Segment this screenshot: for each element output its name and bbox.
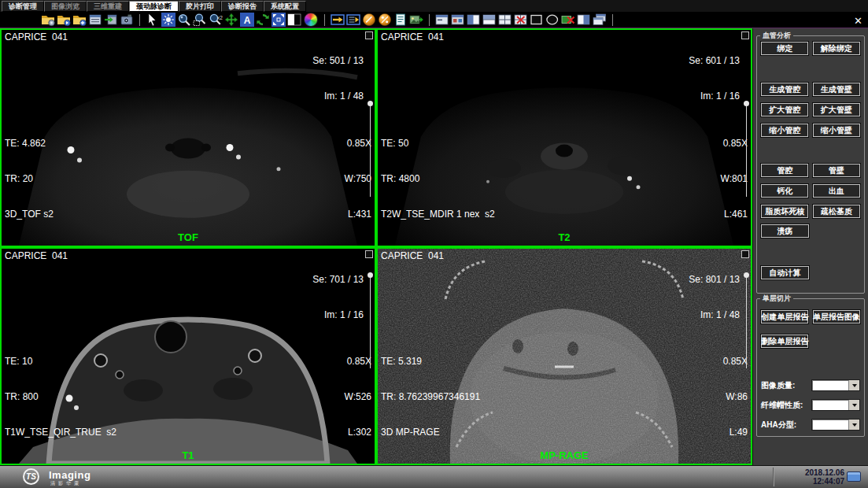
calcification-button[interactable]: 钙化 [761,184,808,198]
close-all-views-icon[interactable] [514,13,528,27]
tab-carotid-diagnosis[interactable]: 颈动脉诊断 [129,1,179,12]
slider-handle[interactable] [368,101,373,106]
shrink-wall-button[interactable]: 缩小管壁 [813,124,860,137]
viewport-t2[interactable]: CAPRICE 041 Se: 601 / 13 Im: 1 / 16 TE: … [376,28,752,247]
fibrous-cap-select[interactable] [811,399,860,411]
image-scroll-slider[interactable] [746,277,747,368]
cascade-windows-icon[interactable] [593,13,607,27]
ulcer-button[interactable]: 溃疡 [761,224,809,238]
layout-split-icon[interactable] [577,13,591,27]
bind-button[interactable]: 绑定 [761,42,808,55]
zoom-icon[interactable] [177,13,191,27]
image-scroll-slider[interactable] [370,277,371,368]
series-checkbox[interactable] [365,250,373,258]
slice-report-image-button[interactable]: 单层报告图像 [813,310,860,323]
chevron-down-icon[interactable] [848,380,859,390]
chevron-down-icon[interactable] [848,400,859,410]
slider-handle[interactable] [368,272,373,278]
batch-transfer-icon[interactable] [346,13,360,27]
zoom-factor: 0.85X [723,356,748,368]
viewport-t1[interactable]: CAPRICE 041 Se: 701 / 13 Im: 1 / 16 TE: … [0,247,376,465]
series-info: Se: 701 / 13 Im: 1 / 16 [312,250,364,345]
current-time: 12:44:07 [805,477,844,486]
rect-roi-icon[interactable] [530,13,544,27]
report-document-icon[interactable] [393,13,408,27]
brand-chinese-name: 清影华康 [50,480,82,487]
refresh-icon[interactable] [256,13,270,27]
series-checkbox[interactable] [741,250,749,258]
delete-slice-report-button[interactable]: 删除单层报告 [761,335,808,348]
send-transfer-icon[interactable] [331,13,345,27]
close-icon[interactable]: ✕ [854,17,862,26]
window-level-preset-icon[interactable] [378,13,392,27]
zoom-factor: 0.85X [345,356,371,368]
lumen-button[interactable]: 管腔 [761,164,808,177]
export-image-icon[interactable] [409,13,423,27]
series-checkbox[interactable] [741,31,749,39]
new-study-folder-icon[interactable] [72,13,87,27]
expand-lumen-button[interactable]: 扩大管腔 [761,103,808,116]
ellipse-roi-icon[interactable] [545,13,560,27]
generate-wall-button[interactable]: 生成管壁 [813,83,860,96]
worklist-icon[interactable] [88,13,102,27]
tab-3d-reconstruction[interactable]: 三维重建 [87,1,129,12]
expand-wall-button[interactable]: 扩大管壁 [813,103,860,116]
image-scroll-slider[interactable] [370,105,371,197]
tab-image-browse[interactable]: 图像浏览 [44,1,87,12]
datetime-display: 2018.12.06 12:44:07 [805,468,844,486]
cursor-icon[interactable] [146,13,160,27]
viewport-mprage[interactable]: CAPRICE 041 Se: 801 / 13 Im: 1 / 48 TE: … [376,247,752,465]
single-slice-title: 单层切片 [760,294,793,304]
image-quality-select[interactable] [811,379,860,391]
toolbar-separator [324,14,325,26]
tab-diagnosis-management[interactable]: 诊断管理 [2,1,44,12]
layout-two-horizontal-icon[interactable] [482,13,497,27]
shrink-lumen-button[interactable]: 缩小管腔 [761,124,808,137]
pan-icon[interactable] [224,13,238,27]
wall-button[interactable]: 管壁 [813,164,860,177]
toolbar-separator [139,14,140,26]
open-study-folder-icon[interactable] [41,13,55,27]
lipid-necrotic-core-button[interactable]: 脂质坏死核 [761,205,808,218]
archive-device-icon[interactable] [120,13,134,27]
layout-four-icon[interactable] [498,13,512,27]
acquisition-info: TE: 4.862 TR: 20 3D_TOF s2 [5,114,54,244]
zoom-factor: 0.85X [721,138,748,150]
te-value: TE: 5.319 [381,356,480,368]
tab-film-print[interactable]: 胶片打印 [179,1,221,12]
series-number: Se: 601 / 13 [689,55,740,67]
viewport-tof[interactable]: CAPRICE 041 Se: 501 / 13 Im: 1 / 48 TE: … [0,28,376,247]
text-annotation-icon[interactable]: A [240,13,254,27]
zoom-region-icon[interactable] [193,13,207,27]
color-palette-icon[interactable] [304,13,318,27]
generate-lumen-button[interactable]: 生成管腔 [761,83,808,96]
chevron-down-icon[interactable] [848,420,859,430]
import-window-icon[interactable] [104,13,118,27]
slider-handle[interactable] [744,272,749,278]
tab-diagnosis-report[interactable]: 诊断报告 [221,1,264,12]
invert-icon[interactable] [287,13,301,27]
layout-two-vertical-icon[interactable] [467,13,481,27]
tab-system-config[interactable]: 系统配置 [264,1,306,12]
open-series-folder-icon[interactable] [57,13,71,27]
window-level-icon[interactable] [161,13,175,27]
create-slice-report-button[interactable]: 创建单层报告 [761,310,808,323]
layout-toolbox-icon[interactable] [451,13,465,27]
hemorrhage-button[interactable]: 出血 [813,184,860,198]
unbind-button[interactable]: 解除绑定 [813,42,860,55]
fit-to-window-icon[interactable] [271,13,286,27]
aha-type-select[interactable] [811,419,860,431]
slider-handle[interactable] [744,101,749,106]
layout-single-icon[interactable] [435,13,449,27]
image-scroll-slider[interactable] [746,105,747,197]
vessel-analysis-title: 血管分析 [760,31,793,41]
measure-tool-icon[interactable] [362,13,376,27]
loose-matrix-button[interactable]: 疏松基质 [813,205,860,218]
series-checkbox[interactable] [365,31,373,39]
image-quality-label: 图像质量: [761,380,795,391]
auto-calculate-button[interactable]: 自动计算 [761,266,809,279]
window-width: W:86 [723,391,748,403]
clear-roi-icon[interactable] [561,13,575,27]
zoom-out-icon[interactable]: x2 [209,13,223,27]
toolbar-separator [429,14,430,26]
